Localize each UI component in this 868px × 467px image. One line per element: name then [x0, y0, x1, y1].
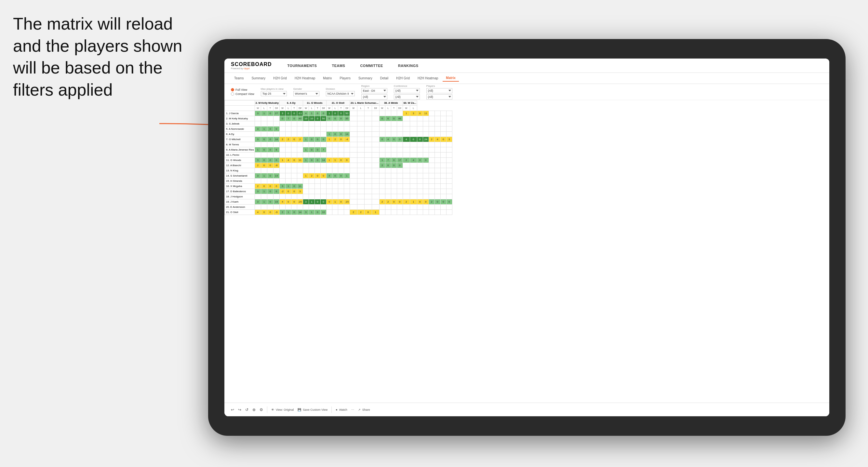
matrix-cell: 0 [423, 199, 429, 205]
matrix-cell [379, 168, 385, 173]
more-btn[interactable]: ⋯ [351, 408, 354, 411]
matrix-cell [267, 116, 273, 121]
division-select[interactable]: NCAA Division II [326, 91, 355, 96]
sub-nav-h2h-heatmap[interactable]: H2H Heatmap [291, 75, 318, 81]
matrix-cell [434, 116, 440, 121]
nav-teams[interactable]: TEAMS [329, 62, 348, 69]
matrix-cell [350, 173, 357, 179]
matrix-cell [285, 168, 291, 173]
matrix-cell [429, 158, 434, 163]
matrix-cell [429, 142, 434, 147]
matrix-cell [314, 205, 320, 210]
matrix-cell: 4 [434, 137, 440, 142]
matrix-cell: 18 [273, 137, 279, 142]
matrix-cell [303, 184, 309, 189]
matrix-cell: 0 [267, 137, 273, 142]
matrix-cell [410, 179, 417, 184]
matrix-cell: 4 [279, 199, 285, 205]
matrix-cell [417, 116, 423, 121]
region-sub-select[interactable]: (All) [361, 94, 388, 99]
matrix-cell [338, 163, 344, 168]
redo-btn[interactable]: ↪ [238, 407, 241, 412]
matrix-cell [446, 142, 452, 147]
save-icon: 💾 [298, 408, 301, 411]
watch-btn[interactable]: ● Watch [336, 408, 347, 411]
matrix-cell: 1 [261, 199, 267, 205]
matrix-cell: -2 [279, 189, 285, 194]
matrix-cell: 0 [338, 173, 344, 179]
matrix-cell [309, 194, 314, 199]
sub-nav-summary[interactable]: Summary [248, 75, 269, 81]
player-name-cell: 12. A Bianchi [225, 163, 255, 168]
sh-t5: T [365, 106, 372, 111]
reset-btn[interactable]: ↺ [245, 407, 248, 412]
matrix-cell: 0 [338, 132, 344, 137]
gender-select[interactable]: Women's [293, 91, 319, 96]
matrix-cell [391, 111, 397, 116]
matrix-content[interactable]: 2. M Kelly Mulcahy 6. A Dy 11. G Woods 2… [224, 100, 829, 399]
matrix-cell: 0 [314, 111, 320, 116]
conference-select[interactable]: (All) [394, 88, 420, 93]
zoom-btn[interactable]: ⊕ [252, 407, 256, 412]
matrix-cell [385, 205, 391, 210]
sub-nav-teams[interactable]: Teams [231, 75, 247, 81]
max-players-select[interactable]: Top 25 [261, 91, 287, 96]
matrix-cell: 7 [285, 116, 291, 121]
matrix-cell [410, 194, 417, 199]
player-name-cell: 11. G Woods [225, 158, 255, 163]
matrix-cell: 1 [326, 137, 332, 142]
nav-tournaments[interactable]: TOURNAMENTS [285, 62, 320, 69]
sub-nav-h2h-grid[interactable]: H2H Grid [270, 75, 290, 81]
matrix-cell: 14 [344, 132, 350, 137]
matrix-cell [391, 205, 397, 210]
sub-nav-players[interactable]: Players [337, 75, 354, 81]
table-row: 11. G Woods300014011100141100170172400 [225, 158, 453, 163]
sub-nav-summary2[interactable]: Summary [355, 75, 376, 81]
matrix-cell [434, 189, 440, 194]
settings-btn[interactable]: ⚙ [259, 407, 263, 412]
sub-nav-matrix-active[interactable]: Matrix [443, 75, 459, 82]
conference-sub-select[interactable]: (All) [394, 94, 420, 99]
matrix-cell [261, 153, 267, 158]
matrix-cell: 2 [379, 199, 385, 205]
share-icon: ↗ [358, 408, 361, 411]
table-row: 21. O Stoll400-921014310102201 [225, 210, 453, 215]
conference-label: Conference [394, 85, 420, 88]
matrix-cell [303, 121, 309, 126]
matrix-cell [297, 194, 303, 199]
matrix-cell: 4 [326, 173, 332, 179]
view-original-btn[interactable]: 👁 View: Original [271, 408, 294, 411]
matrix-cell: 0 [314, 199, 320, 205]
matrix-cell [440, 184, 446, 189]
matrix-cell [423, 210, 429, 215]
full-view-option[interactable]: Full View [231, 88, 254, 91]
region-select[interactable]: East - DII [361, 88, 388, 93]
compact-view-option[interactable]: Compact View [231, 92, 254, 96]
matrix-cell [391, 132, 397, 137]
sub-nav-matrix[interactable]: Matrix [320, 75, 335, 81]
matrix-cell [379, 189, 385, 194]
players-select[interactable]: (All) [426, 88, 453, 93]
matrix-cell [273, 116, 279, 121]
matrix-cell: 1 [285, 210, 291, 215]
nav-rankings[interactable]: RANKINGS [396, 62, 421, 69]
matrix-cell: 0 [391, 116, 397, 121]
matrix-cell [320, 194, 326, 199]
matrix-cell [320, 153, 326, 158]
sub-nav-h2h-grid2[interactable]: H2H Grid [393, 75, 413, 81]
save-custom-btn[interactable]: 💾 Save Custom View [298, 408, 328, 411]
sub-nav-detail[interactable]: Detail [377, 75, 392, 81]
share-btn[interactable]: ↗ Share [358, 408, 370, 411]
undo-btn[interactable]: ↩ [231, 407, 234, 412]
matrix-cell [314, 194, 320, 199]
sub-nav-h2h-heatmap2[interactable]: H2H Heatmap [414, 75, 441, 81]
players-sub-select[interactable]: (All) [426, 94, 453, 99]
matrix-cell: 0 [365, 210, 372, 215]
matrix-cell: 10 [309, 116, 314, 121]
nav-committee[interactable]: COMMITTEE [358, 62, 386, 69]
matrix-cell: 0 [267, 158, 273, 163]
matrix-cell: 0 [338, 158, 344, 163]
matrix-cell: 1 [326, 132, 332, 137]
matrix-cell [434, 111, 440, 116]
matrix-cell [267, 142, 273, 147]
